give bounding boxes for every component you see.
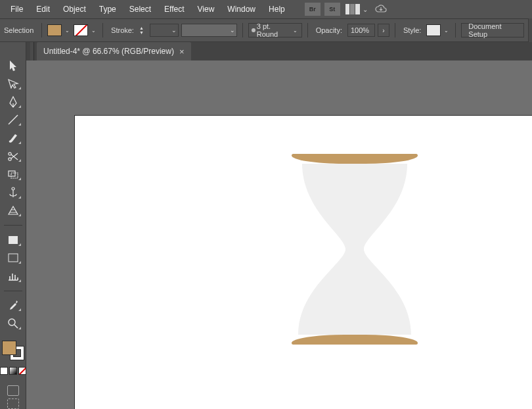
- style-label: Style:: [401, 26, 424, 34]
- svg-rect-2: [9, 171, 15, 176]
- draw-mode-row: [7, 385, 19, 409]
- perspective-tool[interactable]: [5, 204, 22, 218]
- svg-rect-6: [9, 254, 18, 262]
- menu-object[interactable]: Object: [56, 2, 93, 16]
- opacity-control: Opacity: 100% ›: [313, 24, 389, 37]
- zoom-tool[interactable]: [5, 317, 22, 330]
- fill-color-box[interactable]: [2, 341, 16, 355]
- menu-effect[interactable]: Effect: [158, 2, 190, 16]
- layout-dropdown-icon[interactable]: ⌄: [363, 6, 368, 13]
- svg-point-0: [8, 152, 11, 155]
- document-tab[interactable]: Untitled-4* @ 66.67% (RGB/Preview) ×: [37, 42, 191, 60]
- separator: [395, 23, 395, 37]
- tool-divider: [4, 291, 22, 291]
- hourglass-glass: [298, 164, 411, 335]
- svg-point-1: [8, 157, 11, 160]
- separator: [102, 23, 103, 37]
- color-mode-solid[interactable]: [0, 367, 8, 375]
- menu-select[interactable]: Select: [123, 2, 158, 16]
- tool-divider: [4, 225, 22, 226]
- menu-file[interactable]: File: [4, 2, 30, 16]
- workspace: Untitled-4* @ 66.67% (RGB/Preview) ×: [0, 42, 532, 409]
- free-transform-tool[interactable]: [5, 168, 22, 181]
- stroke-swatch[interactable]: [74, 24, 88, 36]
- hourglass-top-cap: [292, 154, 418, 164]
- style-swatch-group: ⌄: [426, 24, 450, 36]
- separator: [307, 23, 308, 37]
- stroke-label: Stroke:: [108, 26, 137, 34]
- fill-stroke-indicator[interactable]: [2, 341, 24, 360]
- stroke-weight-select[interactable]: ⌄: [150, 24, 179, 37]
- document-tab-title: Untitled-4* @ 66.67% (RGB/Preview): [43, 47, 174, 56]
- direct-selection-tool[interactable]: [5, 78, 22, 91]
- menu-bar: File Edit Object Type Select Effect View…: [0, 0, 532, 18]
- anchor-tool[interactable]: [5, 186, 22, 199]
- menu-window[interactable]: Window: [221, 2, 262, 16]
- stroke-profile-select[interactable]: 3 pt. Round ⌄: [248, 23, 301, 37]
- color-mode-none[interactable]: [18, 367, 26, 375]
- menu-type[interactable]: Type: [93, 2, 123, 16]
- profile-label: 3 pt. Round: [257, 22, 290, 38]
- style-dropdown-icon[interactable]: ⌄: [442, 24, 450, 36]
- pen-tool[interactable]: [5, 95, 22, 108]
- graph-tool[interactable]: [5, 270, 22, 283]
- bridge-icon[interactable]: Br: [305, 3, 321, 16]
- document-setup-button[interactable]: Document Setup: [461, 23, 524, 37]
- draw-behind-mode[interactable]: [7, 398, 19, 409]
- stock-icon[interactable]: St: [324, 3, 340, 16]
- separator: [242, 23, 243, 37]
- hourglass-art[interactable]: [292, 154, 418, 345]
- svg-point-4: [12, 187, 14, 190]
- selection-mode-label: Selection: [1, 26, 36, 34]
- control-bar: Selection ⌄ ⌄ Stroke: ▲▼ ⌄ ⌄ 3 pt. Round…: [0, 18, 532, 42]
- separator: [41, 23, 42, 37]
- graphic-style-swatch[interactable]: [426, 24, 441, 36]
- menu-help[interactable]: Help: [262, 2, 292, 16]
- draw-normal-mode[interactable]: [7, 385, 19, 396]
- artboard[interactable]: [75, 116, 532, 409]
- gradient-tool[interactable]: [5, 252, 22, 265]
- controlbar-overflow[interactable]: [528, 18, 532, 42]
- close-icon[interactable]: ×: [179, 47, 185, 57]
- color-mode-gradient[interactable]: [9, 367, 17, 375]
- eyedropper-tool[interactable]: [5, 299, 22, 312]
- stroke-spinner-icon[interactable]: ▲▼: [139, 24, 148, 37]
- svg-rect-3: [11, 173, 18, 178]
- opacity-flyout-icon[interactable]: ›: [378, 24, 389, 37]
- svg-rect-5: [9, 236, 18, 244]
- stroke-weight-input[interactable]: ▲▼ ⌄: [139, 24, 179, 37]
- stroke-dropdown-icon[interactable]: ⌄: [89, 24, 97, 36]
- line-tool[interactable]: [5, 114, 22, 127]
- fill-dropdown-icon[interactable]: ⌄: [63, 24, 71, 36]
- menu-edit[interactable]: Edit: [30, 2, 56, 16]
- svg-point-7: [9, 319, 15, 325]
- separator: [455, 23, 456, 37]
- brush-tool[interactable]: [5, 132, 22, 145]
- tab-drag-handle[interactable]: [30, 42, 34, 60]
- brush-definition-select[interactable]: ⌄: [181, 24, 237, 37]
- canvas[interactable]: [26, 60, 532, 409]
- stroke-swatch-group: ⌄: [74, 24, 97, 36]
- rectangle-tool[interactable]: [5, 233, 22, 247]
- workspace-layout-toggle[interactable]: [345, 4, 360, 14]
- fill-swatch-group: ⌄: [47, 24, 71, 36]
- fill-swatch[interactable]: [47, 24, 62, 36]
- color-mode-row: [0, 367, 26, 375]
- menu-view[interactable]: View: [191, 2, 221, 16]
- hourglass-bottom-cap: [292, 335, 418, 345]
- profile-dropdown-icon: ⌄: [292, 24, 299, 36]
- selection-tool[interactable]: [5, 59, 22, 72]
- opacity-label: Opacity:: [313, 26, 345, 34]
- document-area: Untitled-4* @ 66.67% (RGB/Preview) ×: [26, 42, 532, 409]
- scissors-tool[interactable]: [5, 150, 22, 163]
- tools-panel: [0, 42, 26, 409]
- opacity-input[interactable]: 100%: [347, 24, 375, 37]
- sync-icon[interactable]: [374, 5, 388, 14]
- profile-dot-icon: [252, 28, 255, 32]
- document-tab-bar: Untitled-4* @ 66.67% (RGB/Preview) ×: [26, 42, 532, 60]
